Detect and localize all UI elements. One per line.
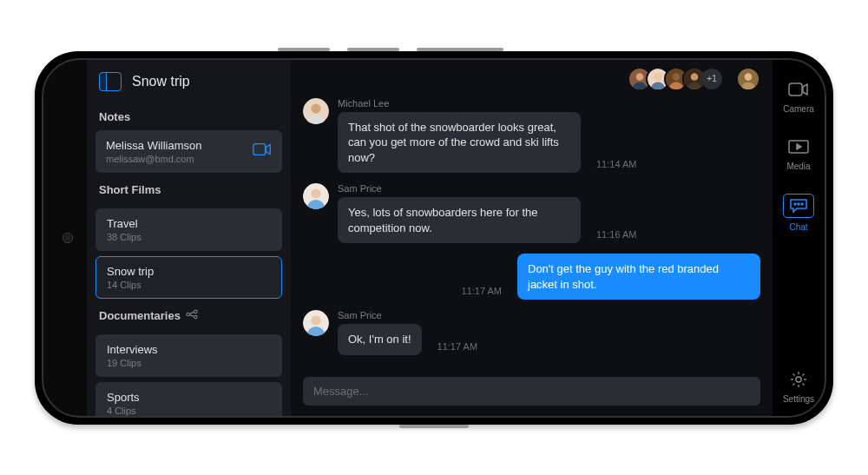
user-email: melissaw@bmd.com xyxy=(106,154,202,164)
message-author: Sam Price xyxy=(338,310,422,320)
message-bubble: That shot of the snowboarder looks great… xyxy=(338,112,581,174)
project-subtitle: 4 Clips xyxy=(107,406,271,416)
svg-point-16 xyxy=(691,73,699,81)
incoming-message: Sam PriceYes, lots of snowboarders here … xyxy=(303,183,760,243)
main-area: +1 Michael LeeThat shot of the snowboard… xyxy=(291,60,773,416)
message-avatar xyxy=(303,310,329,336)
svg-point-19 xyxy=(745,73,753,81)
nav-label: Settings xyxy=(783,394,814,404)
nav-media[interactable]: Media xyxy=(786,136,812,171)
svg-point-28 xyxy=(312,316,321,326)
svg-point-7 xyxy=(636,73,644,81)
right-nav: Camera Media Chat Settings xyxy=(773,60,825,416)
section-label: Short Films xyxy=(87,173,291,203)
message-time: 11:14 AM xyxy=(596,159,636,169)
incoming-message: Michael LeeThat shot of the snowboarder … xyxy=(303,98,760,174)
message-bubble: Ok, I'm on it! xyxy=(338,324,422,355)
phone-hw-button-bottom xyxy=(399,425,469,428)
svg-point-1 xyxy=(187,313,190,316)
message-time: 11:17 AM xyxy=(462,286,502,296)
panel-toggle-button[interactable] xyxy=(99,72,122,91)
project-item[interactable]: Travel38 Clips xyxy=(95,208,282,251)
project-item[interactable]: Snow trip14 Clips xyxy=(95,256,282,299)
outgoing-message: 11:17 AMDon't get the guy with the red b… xyxy=(303,254,760,300)
nav-label: Camera xyxy=(783,104,814,114)
svg-point-25 xyxy=(312,189,321,199)
incoming-message: Sam PriceOk, I'm on it!11:17 AM xyxy=(303,310,760,355)
project-subtitle: 38 Clips xyxy=(107,232,271,242)
message-time: 11:16 AM xyxy=(596,229,636,240)
phone-hw-buttons xyxy=(278,48,538,51)
chat-icon xyxy=(783,194,814,218)
user-name: Melissa Williamson xyxy=(106,139,202,152)
svg-point-13 xyxy=(673,73,681,81)
message-author: Sam Price xyxy=(338,183,581,194)
notes-section-label: Notes xyxy=(87,100,291,130)
project-item[interactable]: Sports4 Clips xyxy=(95,382,282,416)
project-subtitle: 14 Clips xyxy=(107,280,271,290)
camera-icon xyxy=(253,142,272,160)
nav-label: Chat xyxy=(789,222,807,232)
participant-avatars[interactable]: +1 xyxy=(628,67,722,91)
message-bubble: Yes, lots of snowboarders here for the c… xyxy=(338,197,581,243)
project-title: Snow trip xyxy=(107,265,271,278)
svg-line-4 xyxy=(189,312,194,313)
section-label: Documentaries xyxy=(87,299,291,329)
project-item[interactable]: Interviews19 Clips xyxy=(95,334,282,377)
sidebar: Snow trip Notes Melissa Williamson melis… xyxy=(87,60,291,416)
svg-rect-30 xyxy=(789,83,802,96)
media-icon xyxy=(786,136,812,157)
svg-line-5 xyxy=(189,314,194,316)
gear-icon xyxy=(786,369,812,390)
self-avatar[interactable] xyxy=(736,67,760,91)
svg-point-34 xyxy=(801,203,803,205)
main-header: +1 xyxy=(291,60,773,98)
message-time: 11:17 AM xyxy=(437,341,477,352)
avatar-overflow-count: +1 xyxy=(701,69,722,89)
svg-point-10 xyxy=(654,73,662,81)
svg-point-33 xyxy=(798,203,799,205)
project-title: Travel xyxy=(107,217,271,230)
message-avatar xyxy=(303,183,329,209)
project-title: Sports xyxy=(107,391,271,404)
svg-point-22 xyxy=(312,103,321,113)
front-camera-dot xyxy=(62,233,73,243)
page-title: Snow trip xyxy=(132,74,190,89)
message-avatar xyxy=(303,98,329,124)
svg-point-2 xyxy=(194,310,198,313)
message-bubble: Don't get the guy with the red branded j… xyxy=(517,254,760,300)
message-author: Michael Lee xyxy=(338,98,581,109)
project-title: Interviews xyxy=(107,343,271,356)
chat-messages: Michael LeeThat shot of the snowboarder … xyxy=(291,98,773,372)
svg-point-35 xyxy=(796,377,801,382)
svg-point-3 xyxy=(194,315,198,319)
phone-frame: Snow trip Notes Melissa Williamson melis… xyxy=(35,51,833,425)
camera-icon xyxy=(786,79,812,100)
share-icon xyxy=(186,309,198,322)
nav-label: Media xyxy=(786,162,810,171)
nav-chat[interactable]: Chat xyxy=(783,194,814,232)
svg-point-32 xyxy=(794,203,796,205)
nav-camera[interactable]: Camera xyxy=(783,79,814,114)
notes-user-card[interactable]: Melissa Williamson melissaw@bmd.com xyxy=(95,130,282,173)
svg-rect-0 xyxy=(253,144,266,155)
message-input[interactable]: Message... xyxy=(303,377,760,406)
nav-settings[interactable]: Settings xyxy=(783,369,814,404)
project-subtitle: 19 Clips xyxy=(107,358,271,368)
